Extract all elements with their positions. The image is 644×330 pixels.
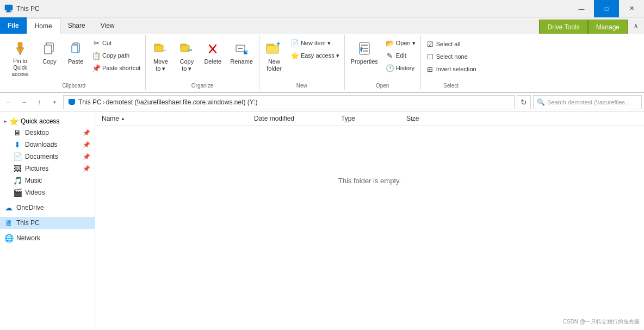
sidebar-item-this-pc[interactable]: 🖥 This PC [0,217,95,229]
open-button[interactable]: 📂 Open ▾ [383,37,418,49]
edit-icon: ✎ [386,51,394,60]
downloads-pin-icon: 📌 [83,141,90,148]
new-item-button[interactable]: 📄 New item ▾ [288,37,342,49]
title-bar-controls: — □ ✕ [569,0,644,17]
sidebar-item-documents[interactable]: 📄 Documents 📌 [0,151,95,163]
tab-drive-tools[interactable]: Drive Tools [539,20,587,34]
sidebar-item-desktop[interactable]: 🖥 Desktop 📌 [0,127,95,139]
up-button[interactable]: ↑ [33,96,46,109]
column-header-size[interactable]: Size [404,114,459,123]
close-button[interactable]: ✕ [619,0,644,17]
edit-button[interactable]: ✎ Edit [383,49,418,61]
pin-to-quick-access-button[interactable]: Pin to Quickaccess [4,37,36,80]
pin-to-quick-access-label: Pin to Quickaccess [8,58,32,78]
forward-button[interactable]: → [17,96,30,109]
easy-access-button[interactable]: ⭐ Easy access ▾ [288,49,342,61]
invert-selection-button[interactable]: ⊞ Invert selection [423,63,479,75]
ribbon-group-organize: → Moveto ▾ ⇒ Copyto ▾ [146,35,259,90]
network-icon: 🌐 [4,234,13,242]
tab-home[interactable]: Home [27,18,60,34]
ribbon-collapse-btn[interactable]: ∧ [628,17,644,34]
paste-button[interactable]: Paste [63,37,88,68]
svg-text:→: → [162,47,167,53]
copy-to-button[interactable]: ⇒ Copyto ▾ [174,37,199,75]
search-box[interactable]: 🔍 Search demotest (\\azurefiles... [533,95,642,109]
move-to-label: Moveto ▾ [153,58,168,72]
title-bar: This PC — □ ✕ [0,0,644,17]
paste-shortcut-button[interactable]: 📌 Paste shortcut [89,62,143,74]
svg-rect-8 [45,45,52,54]
cut-icon: ✂ [92,39,101,47]
copy-to-icon: ⇒ [178,40,195,57]
ribbon-group-new: + Newfolder 📄 New item ▾ ⭐ Easy access ▾ [259,35,345,90]
maximize-button[interactable]: □ [594,0,619,17]
breadcrumb-current: demotest (\\azurefileshaer.file.core.win… [106,98,258,106]
recent-locations-button[interactable]: ▾ [48,96,61,109]
select-all-button[interactable]: ☑ Select all [423,38,479,50]
rename-label: Rename [230,58,253,65]
new-folder-label: Newfolder [267,58,282,72]
sidebar-item-pictures[interactable]: 🖼 Pictures 📌 [0,163,95,175]
downloads-label: Downloads [25,141,57,148]
ribbon-clipboard-buttons: Pin to Quickaccess Copy [4,36,143,82]
column-header-date[interactable]: Date modified [252,114,339,123]
svg-rect-0 [5,5,13,10]
svg-rect-10 [74,42,78,45]
ribbon-organize-buttons: → Moveto ▾ ⇒ Copyto ▾ [148,36,257,82]
new-folder-button[interactable]: + Newfolder [262,37,287,75]
delete-button[interactable]: Delete [200,37,225,68]
search-icon: 🔍 [537,98,545,106]
move-to-icon: → [152,40,169,57]
sidebar-item-music[interactable]: 🎵 Music [0,175,95,186]
tab-manage[interactable]: Manage [588,20,628,34]
history-label: History [396,65,414,71]
rename-button[interactable]: ✎ Rename [226,37,257,68]
svg-rect-32 [361,45,368,46]
invert-selection-icon: ⊞ [426,65,435,73]
tab-file[interactable]: File [0,17,27,34]
new-label: New [262,82,342,89]
new-item-label: New item [301,40,326,46]
delete-icon [204,40,221,57]
quick-access-header[interactable]: ▸ ⭐ Quick access [0,114,95,127]
column-header-type[interactable]: Type [339,114,404,123]
sidebar-item-onedrive[interactable]: ☁ OneDrive [0,202,95,214]
sidebar-item-network[interactable]: 🌐 Network [0,232,95,244]
svg-rect-34 [70,104,74,105]
copy-label: Copy [42,58,57,65]
svg-rect-2 [6,11,11,13]
tab-view[interactable]: View [93,17,122,34]
tab-share[interactable]: Share [60,17,93,34]
invert-selection-label: Invert selection [436,66,476,72]
address-path[interactable]: This PC › demotest (\\azurefileshaer.fil… [63,95,515,109]
minimize-button[interactable]: — [569,0,594,17]
select-none-label: Select none [436,53,468,60]
refresh-button[interactable]: ↻ [517,95,531,109]
select-none-button[interactable]: ☐ Select none [423,51,479,63]
copy-path-button[interactable]: 📋 Copy path [89,49,143,61]
music-label: Music [25,177,42,184]
this-pc-icon: 🖥 [4,219,13,227]
search-placeholder: Search demotest (\\azurefiles... [547,99,630,105]
open-label: Open [396,40,411,46]
sort-icon: ▲ [121,116,125,121]
quick-access-icon: ⭐ [9,117,18,126]
documents-pin-icon: 📌 [83,153,90,160]
copy-button[interactable]: Copy [37,37,62,68]
clipboard-label: Clipboard [4,82,143,89]
move-to-button[interactable]: → Moveto ▾ [148,37,173,75]
back-button[interactable]: ← [2,96,15,109]
svg-rect-3 [18,42,22,48]
sidebar: ▸ ⭐ Quick access 🖥 Desktop 📌 ⬇ Downloads… [0,111,95,330]
select-none-icon: ☐ [426,52,435,61]
desktop-pin-icon: 📌 [83,129,90,136]
sidebar-item-downloads[interactable]: ⬇ Downloads 📌 [0,139,95,151]
breadcrumb-this-pc: This PC [78,98,102,106]
ribbon-group-clipboard: Pin to Quickaccess Copy [2,35,146,90]
open-label: Open [347,82,418,89]
column-header-name[interactable]: Name ▲ [100,114,252,123]
history-button[interactable]: 🕐 History [383,62,418,74]
cut-button[interactable]: ✂ Cut [89,37,143,49]
properties-button[interactable]: Properties [347,37,382,68]
sidebar-item-videos[interactable]: 🎬 Videos [0,186,95,198]
